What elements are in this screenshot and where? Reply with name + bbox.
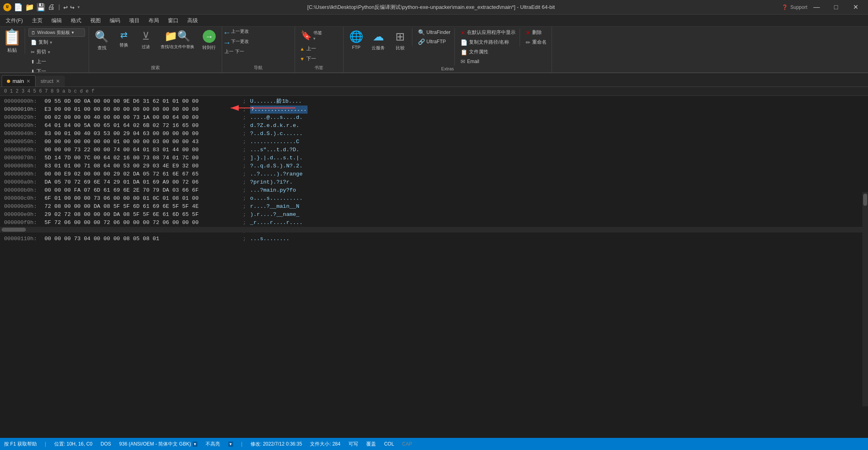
- bookmark-label-group: 书签: [297, 64, 341, 71]
- email-icon: ✉: [461, 58, 465, 65]
- menu-file[interactable]: 文件(F): [2, 15, 27, 26]
- paste-icon[interactable]: 📋: [2, 28, 21, 47]
- hex-ascii-7: ].}.|.d...s.t.|.: [250, 154, 303, 162]
- prev-change-btn[interactable]: 上一更改: [231, 28, 249, 38]
- hex-row-10: 000000a0h: DA 05 70 72 69 6E 74 29 01 DA…: [4, 178, 864, 186]
- rename-btn[interactable]: ✏ 重命名: [523, 38, 549, 46]
- copy-above-btn[interactable]: ⬆ 上一: [28, 57, 85, 66]
- tab-struct-close[interactable]: ✕: [56, 78, 60, 84]
- status-sep-1: |: [45, 441, 46, 447]
- search-label-group: 搜索: [91, 64, 219, 71]
- save-icon[interactable]: 💾: [36, 3, 45, 12]
- new-file-icon[interactable]: 📄: [14, 3, 23, 12]
- ultra-ftp-btn[interactable]: 🔗 UltraFTP: [416, 38, 453, 46]
- nav-down-icon[interactable]: →: [225, 38, 229, 48]
- paste-area: 📋 粘贴: [2, 28, 25, 54]
- title-bar: U 📄 📁 💾 🖨 | ↩ ↪ ▾ [C:\Users\lkt\Desktop\…: [0, 0, 868, 15]
- show-in-app-btn[interactable]: ✕ 在默认应用程序中显示: [458, 28, 518, 37]
- prev-bookmark-icon: ▲: [300, 46, 305, 52]
- find-btn[interactable]: 🔍 查找: [91, 28, 112, 53]
- hex-row-9: 00000090h: 00 00 E9 02 00 00 00 29 02 DA…: [4, 170, 864, 178]
- next-nav-btn[interactable]: 下一: [235, 49, 244, 55]
- cloud-btn[interactable]: ☁ 云服务: [368, 28, 388, 53]
- tab-main[interactable]: main ✕: [2, 75, 36, 87]
- status-highlight-dropdown[interactable]: ▾: [228, 442, 233, 447]
- hex-sep-5: ;: [243, 138, 246, 146]
- ribbon-group-clipboard: 📋 粘贴 🗒 Windows 剪贴板 ▾ 📄 复制 ▾ ✂ 剪切 ▾: [0, 27, 89, 72]
- close-button[interactable]: ✕: [846, 1, 865, 14]
- copy-above-icon: ⬆: [31, 59, 35, 65]
- open-file-icon[interactable]: 📁: [25, 3, 34, 12]
- next-btn[interactable]: ⬇ 下一: [28, 67, 85, 73]
- hex-row-15: 000000f0h: 5F 72 06 00 00 00 72 06 00 00…: [4, 219, 864, 227]
- minimize-button[interactable]: —: [807, 1, 826, 14]
- copy-btn[interactable]: 📄 复制 ▾: [28, 38, 85, 46]
- prev-nav-btn[interactable]: 上一: [225, 49, 233, 55]
- hex-content: 00000000h: 09 55 0D 0D 0A 00 00 00 9E D6…: [0, 96, 868, 245]
- menu-view[interactable]: 视图: [86, 15, 105, 26]
- nav-row-3: 上一 下一: [225, 49, 244, 55]
- menu-window[interactable]: 窗口: [164, 15, 183, 26]
- dropdown-chevron: ▾: [72, 30, 74, 35]
- scrollbar-vertical[interactable]: [862, 192, 868, 406]
- menu-edit[interactable]: 编辑: [47, 15, 66, 26]
- status-bar: 按 F1 获取帮助 | 位置: 10H, 16, C0 DOS 936 (ANS…: [0, 438, 868, 450]
- next-change-btn[interactable]: 下一更改: [231, 38, 249, 48]
- find-in-files-btn[interactable]: 📁🔍 查找/在文件中替换: [157, 28, 197, 51]
- menu-format[interactable]: 格式: [67, 15, 85, 26]
- bookmark-btn[interactable]: 🔖 书签 ▾: [297, 28, 325, 43]
- delete-btn[interactable]: ✕ 删除: [523, 28, 549, 37]
- find-icon: 🔍: [95, 30, 109, 43]
- menu-advanced[interactable]: 高级: [183, 15, 202, 26]
- status-encoding-area[interactable]: 936 (ANSI/OEM - 简体中文 GBK) ▾: [119, 441, 197, 448]
- file-props-btn[interactable]: 📋 文件属性: [458, 48, 518, 56]
- hex-ascii-6: ...s"...t.d.?D.: [250, 146, 299, 154]
- status-format: DOS: [101, 441, 111, 447]
- column-ruler-text: 0 1 2 3 4 5 6 7 8 9 a b c d e f: [4, 89, 94, 94]
- prev-bookmark-btn[interactable]: ▲ 上一: [297, 44, 318, 53]
- hex-ascii-1: ?................: [250, 106, 308, 114]
- menu-home[interactable]: 主页: [28, 15, 47, 26]
- find-in-files-icon: 📁🔍: [164, 30, 190, 42]
- menu-encoding[interactable]: 编码: [106, 15, 124, 26]
- goto-btn[interactable]: → 转到行: [199, 28, 219, 52]
- menu-bar: 文件(F) 主页 编辑 格式 视图 编码 项目 布局 窗口 高级: [0, 15, 868, 27]
- scrollbar-thumb-v[interactable]: [863, 194, 867, 206]
- maximize-button[interactable]: □: [827, 1, 845, 14]
- status-highlight: 不高亮: [206, 441, 220, 448]
- hex-sep-2: ;: [243, 114, 246, 122]
- compare-btn[interactable]: ⊞ 比较: [390, 28, 410, 53]
- paste-label: 粘贴: [7, 47, 17, 54]
- nav-row-2: → 下一更改: [225, 38, 249, 48]
- tab-main-close[interactable]: ✕: [26, 78, 30, 84]
- scrollbar-horizontal[interactable]: [0, 227, 862, 232]
- scrollbar-thumb-h[interactable]: [2, 228, 26, 232]
- ultra-finder-icon: 🔍: [418, 29, 425, 36]
- menu-project[interactable]: 项目: [125, 15, 144, 26]
- menu-layout[interactable]: 布局: [144, 15, 163, 26]
- encoding-dropdown[interactable]: ▾: [193, 442, 197, 447]
- clipboard-label: Windows 剪贴板: [37, 30, 70, 36]
- title-bar-controls[interactable]: — □ ✕: [807, 1, 865, 14]
- ftp-btn[interactable]: 🌐 FTP: [346, 28, 367, 51]
- undo-icon[interactable]: ↩: [63, 3, 68, 12]
- hex-ascii-11: ...?main.py?fo: [250, 186, 296, 194]
- print-icon[interactable]: 🖨: [48, 3, 55, 11]
- next-bookmark-icon: ▼: [300, 56, 305, 62]
- email-btn[interactable]: ✉ Email: [458, 57, 518, 65]
- cloud-icon: ☁: [373, 30, 384, 43]
- copy-path-btn[interactable]: 📄 复制文件路径/名称: [458, 38, 518, 46]
- redo-icon[interactable]: ↪: [70, 3, 74, 12]
- cut-btn[interactable]: ✂ 剪切 ▾: [28, 48, 85, 56]
- filter-btn[interactable]: ⊻ 过滤: [136, 28, 156, 51]
- nav-up-icon[interactable]: ←: [225, 28, 229, 38]
- status-writable: 可写: [348, 441, 358, 448]
- clipboard-dropdown[interactable]: 🗒 Windows 剪贴板 ▾: [28, 28, 85, 37]
- next-bookmark-btn[interactable]: ▼ 下一: [297, 55, 318, 63]
- help-question-icon[interactable]: ❓: [782, 4, 788, 10]
- ultra-finder-btn[interactable]: 🔍 UltraFinder: [416, 28, 453, 36]
- replace-btn[interactable]: ⇄ 替换: [114, 28, 134, 50]
- delete-icon: ✕: [526, 30, 531, 36]
- hex-sep-1: ;: [243, 106, 246, 114]
- tab-struct[interactable]: struct ✕: [36, 76, 65, 87]
